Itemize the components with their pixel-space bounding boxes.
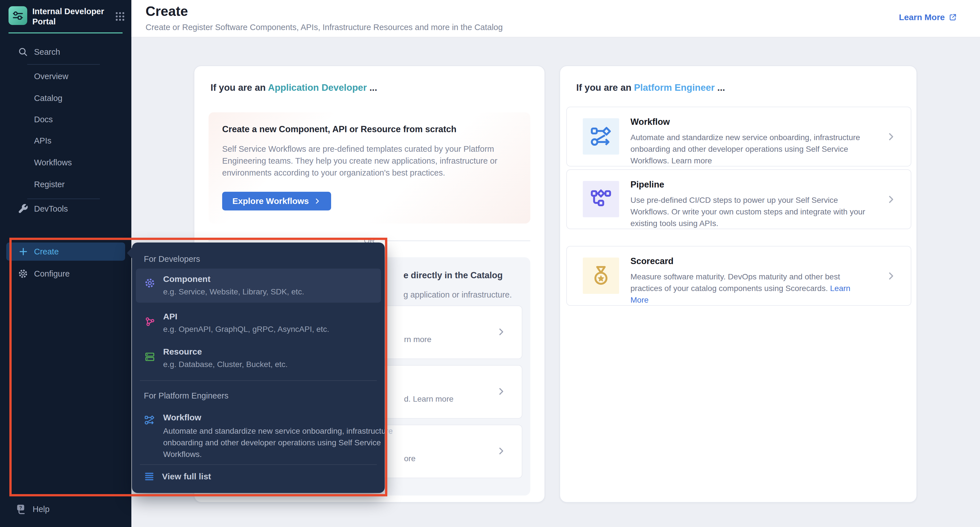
sidebar-item-register[interactable]: Register <box>0 176 131 192</box>
sidebar-item-create[interactable]: Create <box>6 243 125 261</box>
menu-item-subtitle: e.g. Service, Website, Library, SDK, etc… <box>163 287 304 297</box>
row-description: Use pre-defined CI/CD steps to power up … <box>630 194 869 229</box>
app-root: Internal Developer Portal Search Overvie… <box>0 0 980 527</box>
card-heading: If you are an Application Developer ... <box>210 82 377 93</box>
row-title: Scorecard <box>630 256 674 266</box>
workflow-icon-tile <box>583 118 619 155</box>
row-title: Workflow <box>630 117 670 127</box>
app-logo <box>8 6 27 25</box>
api-nodes-icon <box>144 316 156 328</box>
svg-text:?: ? <box>19 505 22 510</box>
view-full-list-label: View full list <box>162 472 211 481</box>
logo-row: Internal Developer Portal <box>8 6 126 27</box>
register-panel-subtitle: g application or infrastructure. <box>404 290 512 300</box>
workflow-icon <box>144 414 155 426</box>
heading-highlight: Platform Engineer <box>634 82 715 93</box>
sidebar-item-configure[interactable]: Configure <box>0 266 131 282</box>
explore-workflows-label: Explore Workflows <box>232 196 309 206</box>
row-description: Automate and standardize new service onb… <box>630 132 869 167</box>
sidebar-item-label: Configure <box>34 269 70 279</box>
help-chat-icon: ? <box>16 503 28 515</box>
heading-suffix: ... <box>715 82 725 93</box>
chevron-right-icon <box>313 197 321 205</box>
sidebar-item-label: Help <box>33 505 50 514</box>
row-text-fragment: rn more <box>404 335 431 344</box>
sidebar-item-label: Workflows <box>34 158 72 167</box>
chevron-right-icon <box>886 271 896 281</box>
learn-more-label: Learn More <box>899 13 945 22</box>
page-title: Create <box>146 3 188 19</box>
sidebar-item-overview[interactable]: Overview <box>0 68 131 84</box>
external-link-icon <box>948 13 957 22</box>
panel-title: Create a new Component, API or Resource … <box>222 124 457 135</box>
heading-prefix: If you are an <box>210 82 268 93</box>
create-from-scratch-panel: Create a new Component, API or Resource … <box>208 112 530 224</box>
flyout-divider <box>140 464 377 465</box>
menu-item-subtitle: e.g. OpenAPI, GraphQL, gRPC, AsyncAPI, e… <box>163 325 329 334</box>
heading-prefix: If you are an <box>576 82 634 93</box>
chevron-right-icon <box>496 446 506 456</box>
row-description-text: Measure software maturity. DevOps maturi… <box>630 272 840 293</box>
chevron-right-icon <box>886 132 896 142</box>
plus-icon <box>18 246 29 257</box>
sidebar-item-docs[interactable]: Docs <box>0 111 131 127</box>
menu-item-api[interactable]: API e.g. OpenAPI, GraphQL, gRPC, AsyncAP… <box>136 308 381 340</box>
create-flyout-menu: For Developers Component e.g. Service, W… <box>132 243 385 493</box>
sidebar-item-catalog[interactable]: Catalog <box>0 90 131 106</box>
sidebar-item-apis[interactable]: APIs <box>0 133 131 149</box>
sidebar-item-search[interactable]: Search <box>0 44 131 60</box>
resource-servers-icon <box>144 351 156 363</box>
gear-icon <box>18 268 29 279</box>
list-icon <box>144 471 154 482</box>
section-label-developers: For Developers <box>144 254 200 264</box>
heading-highlight: Application Developer <box>268 82 367 93</box>
sidebar-item-label: Search <box>34 48 60 57</box>
sidebar-item-label: Register <box>34 180 65 189</box>
heading-suffix: ... <box>367 82 377 93</box>
menu-item-title: Workflow <box>163 413 201 422</box>
sidebar-item-label: Overview <box>34 72 68 81</box>
row-text-fragment: d. Learn more <box>404 395 453 404</box>
app-title: Internal Developer Portal <box>32 6 113 27</box>
menu-item-workflow[interactable]: Workflow Automate and standardize new se… <box>136 410 381 463</box>
workflow-row[interactable]: Workflow Automate and standardize new se… <box>566 106 912 167</box>
sidebar-item-label: Catalog <box>34 94 62 103</box>
sidebar-divider <box>27 64 100 65</box>
sidebar-item-help[interactable]: ? Help <box>0 501 131 517</box>
workflow-icon <box>589 124 613 148</box>
row-description: Measure software maturity. DevOps maturi… <box>630 271 869 306</box>
sliders-logo-icon <box>12 10 24 22</box>
register-panel-title: e directly in the Catalog <box>404 270 503 281</box>
menu-item-component[interactable]: Component e.g. Service, Website, Library… <box>136 268 381 303</box>
chevron-right-icon <box>496 387 506 396</box>
row-text-fragment: ore <box>404 454 415 463</box>
menu-item-title: Resource <box>163 347 202 357</box>
menu-item-resource[interactable]: Resource e.g. Database, Cluster, Bucket,… <box>136 343 381 375</box>
section-label-platform-engineers: For Platform Engineers <box>144 391 228 400</box>
sidebar-item-label: Docs <box>34 115 53 124</box>
scorecard-icon-tile <box>583 257 619 294</box>
sidebar-item-workflows[interactable]: Workflows <box>0 155 131 170</box>
sidebar-item-devtools[interactable]: DevTools <box>0 201 131 217</box>
page-subtitle: Create or Register Software Components, … <box>146 23 503 32</box>
explore-workflows-button[interactable]: Explore Workflows <box>222 192 331 211</box>
platform-engineer-card: If you are an Platform Engineer ... <box>560 65 917 503</box>
sidebar-divider <box>27 198 100 199</box>
sidebar-item-label: APIs <box>34 136 51 146</box>
sidebar-item-label: Create <box>34 247 59 256</box>
row-title: Pipeline <box>630 179 664 190</box>
learn-more-link[interactable]: Learn More <box>899 13 957 22</box>
pipeline-row[interactable]: Pipeline Use pre-defined CI/CD steps to … <box>566 169 912 229</box>
sidebar: Internal Developer Portal Search Overvie… <box>0 0 131 527</box>
sidebar-accent-rule <box>8 32 123 33</box>
scorecard-row[interactable]: Scorecard Measure software maturity. Dev… <box>566 246 912 306</box>
view-full-list-item[interactable]: View full list <box>144 471 211 482</box>
apps-grid-icon[interactable] <box>115 11 126 22</box>
pipeline-icon <box>589 187 613 211</box>
page-header: Create Create or Register Software Compo… <box>131 0 980 37</box>
wrench-icon <box>18 203 29 214</box>
menu-item-subtitle: e.g. Database, Cluster, Bucket, etc. <box>163 360 288 369</box>
sidebar-item-label: DevTools <box>34 204 68 214</box>
flyout-divider <box>140 380 377 381</box>
card-heading: If you are an Platform Engineer ... <box>576 82 725 93</box>
